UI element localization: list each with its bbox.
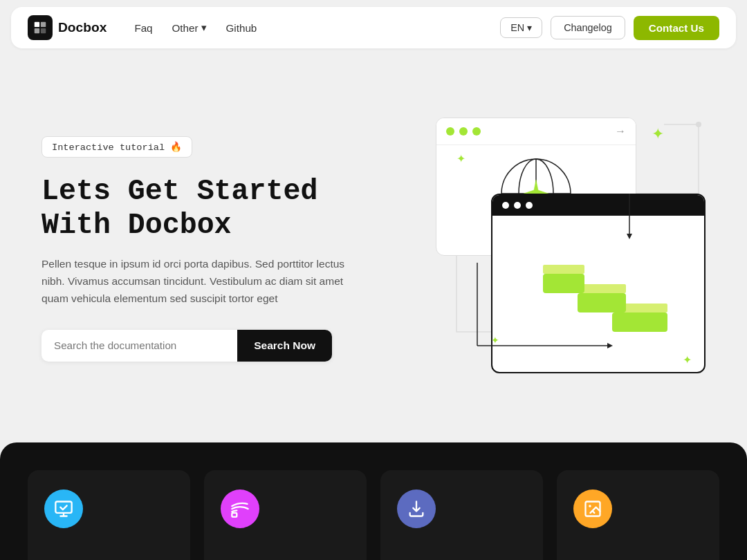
svg-rect-0	[35, 22, 39, 27]
feature-icon-4	[573, 489, 612, 528]
changelog-button[interactable]: Changelog	[551, 16, 625, 39]
stairs-icon	[522, 236, 674, 347]
hero-illustration: →	[415, 111, 706, 387]
navbar: Docbox Faq Other ▾ Github EN ▾ Changelog…	[11, 7, 736, 48]
image-icon	[583, 499, 602, 519]
svg-point-4	[696, 122, 701, 127]
hero-badge: Interactive tutorial 🔥	[42, 136, 192, 158]
feature-icon-2	[221, 489, 259, 528]
svg-rect-3	[41, 28, 46, 33]
hero-section: Interactive tutorial 🔥 Lets Get Started …	[0, 55, 747, 442]
language-selector[interactable]: EN ▾	[500, 17, 542, 38]
window-front-titlebar	[492, 195, 704, 216]
logo-text: Docbox	[58, 20, 107, 35]
feature-icon-1	[44, 489, 83, 528]
svg-rect-16	[612, 312, 667, 332]
logo[interactable]: Docbox	[28, 15, 107, 40]
stairs-area	[492, 216, 704, 354]
dot-white-2	[514, 202, 521, 209]
feature-card-4	[557, 470, 719, 560]
cast-icon	[230, 499, 250, 519]
feature-icon-3	[397, 489, 436, 528]
dot-white-3	[526, 202, 533, 209]
search-button[interactable]: Search Now	[237, 330, 332, 362]
dot-white-1	[502, 202, 509, 209]
svg-rect-1	[41, 22, 46, 27]
feature-card-1	[28, 470, 190, 560]
nav-other[interactable]: Other ▾	[172, 21, 207, 34]
svg-point-27	[589, 505, 591, 507]
feature-card-3	[380, 470, 543, 560]
logo-box	[28, 15, 53, 40]
spark-4: ✦	[683, 353, 692, 366]
download-icon	[407, 499, 426, 519]
dot-green-1	[446, 127, 454, 136]
nav-links: Faq Other ▾ Github	[134, 21, 500, 34]
spark-1: ✦	[456, 152, 465, 165]
window-front	[491, 194, 706, 373]
window-back-titlebar: →	[436, 118, 636, 145]
spark-3: ✦	[491, 335, 499, 346]
svg-rect-21	[543, 265, 584, 274]
dot-green-2	[459, 127, 468, 136]
contact-button[interactable]: Contact Us	[634, 16, 719, 40]
nav-github[interactable]: Github	[226, 22, 257, 34]
svg-rect-22	[55, 502, 71, 513]
features-section	[0, 442, 747, 560]
feature-card-2	[204, 470, 367, 560]
arrow-decoration: →	[615, 125, 626, 138]
search-input[interactable]	[42, 330, 237, 361]
spark-2: ✦	[652, 124, 664, 143]
hero-title: Lets Get Started With Docbox	[42, 174, 346, 242]
monitor-icon	[54, 499, 73, 519]
svg-rect-2	[35, 28, 39, 33]
search-bar: Search Now	[42, 330, 332, 362]
svg-rect-18	[578, 293, 626, 312]
hero-description: Pellen tesque in ipsum id orci porta dap…	[42, 256, 346, 307]
chevron-down-icon: ▾	[527, 22, 532, 33]
nav-faq[interactable]: Faq	[134, 22, 152, 34]
svg-rect-25	[232, 513, 237, 517]
dot-green-3	[472, 127, 481, 136]
hero-content: Interactive tutorial 🔥 Lets Get Started …	[42, 136, 346, 362]
svg-rect-20	[543, 274, 584, 293]
nav-right: EN ▾ Changelog Contact Us	[500, 16, 719, 40]
chevron-down-icon: ▾	[201, 21, 207, 34]
svg-rect-19	[578, 284, 626, 293]
